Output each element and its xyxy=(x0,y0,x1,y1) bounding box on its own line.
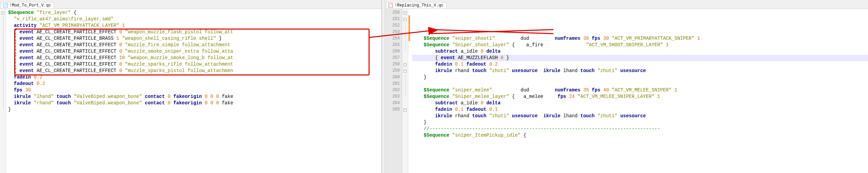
fold-marker[interactable] xyxy=(0,87,6,93)
code-line[interactable]: fps 30 xyxy=(8,87,381,93)
change-marker xyxy=(409,67,410,73)
line-number[interactable]: 256 xyxy=(385,48,402,55)
right-code-area[interactable]: $Sequence "sniper_shoot1" dud numframes … xyxy=(410,9,868,173)
line-number[interactable]: 259 xyxy=(385,68,402,74)
fold-marker[interactable] xyxy=(402,74,408,81)
fold-marker[interactable] xyxy=(0,68,6,74)
code-line[interactable]: { event AE_CL_CREATE_PARTICLE_EFFECT 0 "… xyxy=(8,68,381,74)
fold-marker[interactable]: − xyxy=(402,16,408,22)
code-line[interactable] xyxy=(412,81,868,87)
line-number[interactable]: 264 xyxy=(385,100,402,106)
left-tab-bar: 📄 !Mod_To_Port_V.qc xyxy=(0,0,381,9)
fold-marker[interactable] xyxy=(0,55,6,61)
code-line[interactable]: $Sequence "fire_layer" { xyxy=(8,10,381,16)
code-line[interactable]: //--------------------------------------… xyxy=(412,126,868,132)
right-line-gutter[interactable]: 2502512522532542552562572582592602612622… xyxy=(385,9,402,173)
splitter[interactable] xyxy=(382,0,385,173)
left-file-tab[interactable]: 📄 !Mod_To_Port_V.qc xyxy=(1,2,54,8)
fold-marker[interactable] xyxy=(402,48,408,55)
line-number[interactable]: 260 xyxy=(385,74,402,81)
fold-marker[interactable] xyxy=(0,29,6,35)
code-line[interactable]: fadein 0.1 fadeout 0.1 xyxy=(412,106,868,113)
code-line[interactable]: } xyxy=(8,106,381,113)
code-line[interactable]: { event AE_CL_CREATE_PARTICLE_EFFECT 10 … xyxy=(8,55,381,61)
fold-marker[interactable] xyxy=(0,61,6,68)
code-line[interactable]: } xyxy=(412,74,868,81)
code-line[interactable]: ikrule rhand touch "zhuti" usesource ikr… xyxy=(412,113,868,119)
fold-marker[interactable]: − xyxy=(0,10,6,16)
fold-marker[interactable] xyxy=(0,42,6,48)
change-marker xyxy=(409,80,410,86)
code-line[interactable]: subtract a_idle 0 delta xyxy=(412,48,868,55)
line-number[interactable]: 262 xyxy=(385,87,402,93)
right-editor[interactable]: 2502512522532542552562572582592602612622… xyxy=(385,9,868,173)
code-line[interactable]: { event AE_MUZZLEFLASH 0 } xyxy=(412,55,868,61)
fold-marker[interactable] xyxy=(0,106,6,113)
code-line[interactable]: ikrule "lhand" touch "ValveBiped.weapon_… xyxy=(8,93,381,100)
fold-marker[interactable] xyxy=(402,93,408,100)
fold-marker[interactable] xyxy=(402,29,408,35)
fold-marker[interactable] xyxy=(402,87,408,93)
fold-marker[interactable] xyxy=(402,22,408,29)
code-line[interactable]: ikrule rhand touch "zhuti" usesource ikr… xyxy=(412,68,868,74)
fold-marker[interactable] xyxy=(0,22,6,29)
fold-marker[interactable] xyxy=(402,100,408,106)
line-number[interactable]: 257 xyxy=(385,55,402,61)
line-number[interactable]: 251 xyxy=(385,16,402,22)
left-fold-gutter[interactable]: − xyxy=(0,9,6,173)
annotation-strikethrough xyxy=(431,28,553,35)
code-line[interactable]: fadein 0.2 xyxy=(8,74,381,81)
code-line[interactable]: { event AE_CL_CREATE_PARTICLE_EFFECT 0 "… xyxy=(8,48,381,55)
line-number[interactable]: 250 xyxy=(385,10,402,16)
code-line[interactable]: $Sequence "sniper_shoot1" dud numframes … xyxy=(412,35,868,42)
change-marker xyxy=(409,106,410,112)
code-line[interactable]: subtract a_idle 0 delta xyxy=(412,100,868,106)
line-number[interactable]: 252 xyxy=(385,22,402,29)
line-number[interactable]: 263 xyxy=(385,93,402,100)
code-line[interactable]: $Sequence "sniper_ItemPickup_idle" { xyxy=(412,132,868,139)
line-number[interactable]: 253 xyxy=(385,29,402,35)
left-code-area[interactable]: $Sequence "fire_layer" { "v_rifle_ak47_a… xyxy=(6,9,381,173)
change-marker xyxy=(409,99,410,106)
right-editor-pane: 📄 !Replacing_This_V.qc 25025125225325425… xyxy=(385,0,868,173)
fold-marker[interactable]: − xyxy=(402,10,408,16)
fold-marker[interactable]: − xyxy=(402,68,408,74)
code-line[interactable]: { event AE_CL_CREATE_PARTICLE_EFFECT 0 "… xyxy=(8,29,381,35)
code-line[interactable]: fadeout 0.2 xyxy=(8,81,381,87)
code-line[interactable]: ikrule "rhand" touch "ValveBiped.weapon_… xyxy=(8,100,381,106)
fold-marker[interactable]: − xyxy=(402,106,408,113)
fold-marker[interactable] xyxy=(402,81,408,87)
code-line[interactable]: fadein 0.1 fadeout 0.2 xyxy=(412,61,868,68)
change-marker xyxy=(409,28,410,35)
fold-marker[interactable] xyxy=(0,81,6,87)
fold-marker[interactable] xyxy=(0,74,6,81)
fold-marker[interactable] xyxy=(402,42,408,48)
fold-marker[interactable] xyxy=(0,35,6,42)
code-line[interactable]: $Sequence "sniper_melee" dud numframes 3… xyxy=(412,87,868,93)
line-number[interactable]: 254 xyxy=(385,35,402,42)
code-line[interactable]: activity "ACT_VM_PRIMARYATTACK_LAYER" 1 xyxy=(8,22,381,29)
left-editor[interactable]: − $Sequence "fire_layer" { "v_rifle_ak47… xyxy=(0,9,381,173)
code-line[interactable]: $Sequence "Sniper_shoot_layer" { a_fire … xyxy=(412,42,868,48)
right-fold-gutter[interactable]: −−−−− xyxy=(402,9,408,173)
code-line[interactable]: { event AE_CL_CREATE_PARTICLE_EFFECT 0 "… xyxy=(8,61,381,68)
fold-marker[interactable] xyxy=(0,48,6,55)
fold-marker[interactable] xyxy=(402,55,408,61)
left-editor-pane: 📄 !Mod_To_Port_V.qc − $Sequence "fire_la… xyxy=(0,0,382,173)
line-number[interactable]: 255 xyxy=(385,42,402,48)
right-file-tab[interactable]: 📄 !Replacing_This_V.qc xyxy=(386,2,447,8)
line-number[interactable]: 261 xyxy=(385,81,402,87)
code-line[interactable]: $Sequence "Sniper_melee_layer" { a_melee… xyxy=(412,93,868,100)
fold-marker[interactable] xyxy=(402,35,408,42)
code-line[interactable]: { event AE_CL_CREATE_PARTICLE_EFFECT 0 "… xyxy=(8,42,381,48)
change-marker xyxy=(409,15,410,22)
fold-marker[interactable] xyxy=(0,93,6,100)
line-number[interactable]: 265 xyxy=(385,106,402,113)
fold-marker[interactable] xyxy=(0,16,6,22)
code-line[interactable]: "v_rifle_ak47_anims\fire_layer.smd" xyxy=(8,16,381,22)
fold-marker[interactable] xyxy=(0,100,6,106)
code-line[interactable]: } xyxy=(412,119,868,126)
fold-marker[interactable]: − xyxy=(402,61,408,68)
line-number[interactable]: 258 xyxy=(385,61,402,68)
code-line[interactable]: { event AE_CL_CREATE_PARTICLE_BRASS 1 "w… xyxy=(8,35,381,42)
